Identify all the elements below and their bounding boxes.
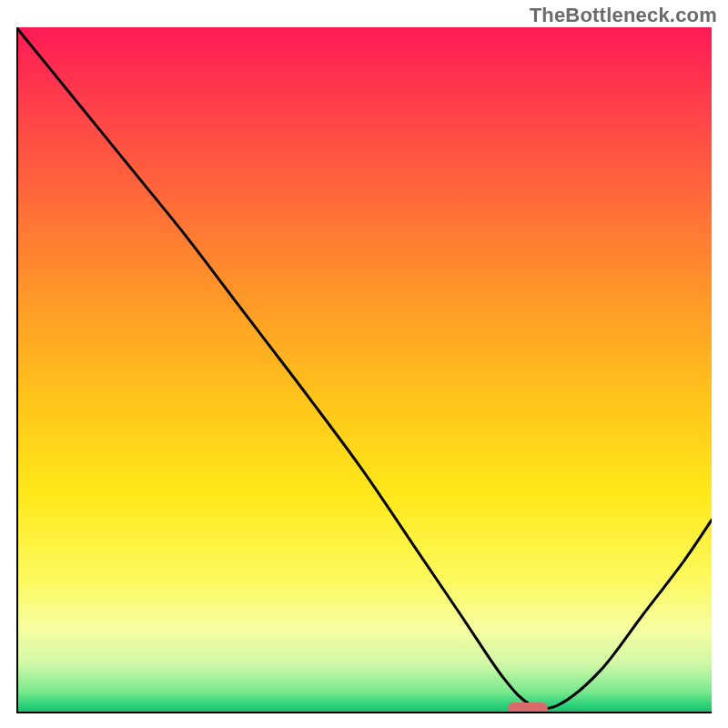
y-axis: [16, 27, 18, 712]
watermark-text: TheBottleneck.com: [530, 4, 717, 27]
bottleneck-curve: [16, 27, 712, 709]
bottleneck-chart: TheBottleneck.com: [0, 0, 728, 728]
x-axis: [16, 712, 712, 713]
plot-area: [16, 27, 712, 712]
curve-layer: [16, 27, 712, 712]
highlight-marker: [508, 703, 548, 712]
